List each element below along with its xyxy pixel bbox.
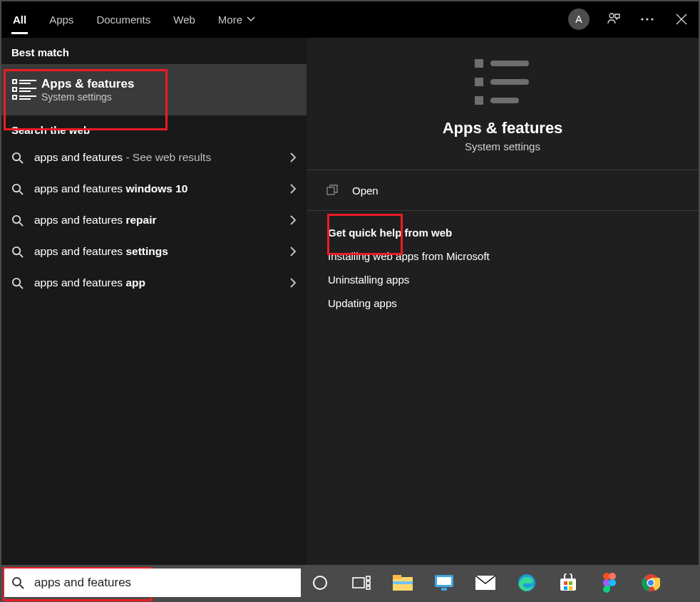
svg-line-20: [19, 254, 23, 257]
svg-rect-47: [569, 581, 572, 585]
svg-rect-41: [437, 577, 451, 585]
apps-features-icon: [475, 58, 530, 108]
svg-point-53: [609, 579, 616, 586]
svg-rect-39: [393, 581, 413, 584]
open-label: Open: [352, 185, 379, 197]
svg-point-30: [13, 578, 21, 586]
chrome-icon[interactable]: [639, 571, 663, 595]
edge-icon[interactable]: [515, 571, 539, 595]
web-result[interactable]: apps and features windows 10: [1, 173, 307, 204]
web-results-header: Search the web: [1, 115, 307, 142]
best-match-subtitle: System settings: [41, 91, 134, 103]
svg-line-14: [19, 160, 23, 163]
help-link[interactable]: Installing web apps from Microsoft: [328, 250, 677, 262]
search-icon: [11, 246, 27, 258]
tab-label: More: [218, 14, 242, 26]
search-icon: [11, 214, 27, 227]
svg-point-13: [13, 152, 20, 160]
svg-rect-38: [393, 575, 401, 579]
svg-rect-4: [13, 80, 16, 83]
tab-web[interactable]: Web: [162, 1, 207, 37]
svg-point-15: [13, 184, 20, 191]
cortana-icon[interactable]: [308, 571, 332, 595]
svg-rect-27: [490, 79, 529, 85]
search-icon: [11, 183, 27, 195]
svg-point-17: [13, 215, 20, 222]
avatar-letter: A: [575, 14, 582, 25]
svg-rect-48: [564, 586, 567, 590]
best-match-header: Best match: [1, 38, 307, 64]
web-result[interactable]: apps and features app: [1, 267, 307, 299]
svg-line-16: [19, 191, 23, 194]
open-icon: [326, 185, 341, 196]
svg-rect-23: [475, 59, 483, 68]
tab-label: All: [13, 14, 26, 26]
svg-point-56: [648, 580, 654, 586]
tab-more[interactable]: More: [207, 1, 267, 37]
figma-icon[interactable]: [597, 571, 622, 595]
svg-line-31: [20, 585, 24, 588]
svg-point-3: [651, 18, 653, 20]
web-result-label: apps and features windows 10: [34, 182, 290, 195]
svg-rect-6: [13, 95, 16, 99]
results-pane: Best match Apps & features System settin…: [1, 38, 307, 565]
more-options-icon[interactable]: [630, 1, 664, 37]
search-icon: [11, 277, 27, 289]
mail-icon[interactable]: [473, 571, 498, 595]
svg-rect-26: [490, 61, 529, 66]
svg-rect-45: [560, 578, 576, 591]
tab-all[interactable]: All: [1, 1, 38, 37]
tab-label: Documents: [96, 14, 150, 26]
svg-rect-34: [366, 576, 370, 580]
preview-title: Apps & features: [443, 119, 563, 137]
explorer-icon[interactable]: [391, 571, 415, 595]
chevron-right-icon: [290, 184, 297, 194]
task-view-icon[interactable]: [349, 571, 374, 595]
chevron-right-icon: [290, 152, 297, 162]
open-button[interactable]: Open: [307, 170, 699, 211]
preview-subtitle: System settings: [465, 140, 540, 152]
help-header: Get quick help from web: [328, 227, 677, 239]
help-link[interactable]: Updating apps: [328, 297, 677, 309]
svg-rect-5: [13, 88, 16, 91]
web-result-label: apps and features app: [34, 276, 290, 289]
tab-documents[interactable]: Documents: [85, 1, 162, 37]
help-link[interactable]: Uninstalling apps: [328, 274, 677, 286]
web-result[interactable]: apps and features repair: [1, 204, 307, 236]
svg-line-22: [19, 285, 23, 289]
taskbar: [308, 567, 663, 598]
svg-rect-25: [475, 96, 483, 105]
svg-point-32: [314, 576, 326, 589]
chevron-right-icon: [290, 246, 297, 256]
search-box[interactable]: [4, 569, 301, 597]
web-result[interactable]: apps and features settings: [1, 236, 307, 267]
web-result-label: apps and features - See web results: [34, 151, 290, 164]
svg-rect-42: [441, 588, 447, 591]
best-match-title: Apps & features: [41, 77, 134, 91]
svg-point-51: [609, 573, 616, 580]
svg-rect-28: [490, 98, 519, 103]
chevron-right-icon: [290, 278, 297, 288]
search-input[interactable]: [33, 575, 301, 591]
svg-point-1: [641, 18, 643, 20]
close-icon[interactable]: [664, 1, 699, 37]
web-result[interactable]: apps and features - See web results: [1, 142, 307, 173]
svg-rect-36: [366, 586, 370, 589]
svg-rect-29: [327, 187, 334, 194]
svg-point-0: [609, 14, 614, 18]
best-match-result[interactable]: Apps & features System settings: [1, 64, 307, 115]
web-result-label: apps and features repair: [34, 214, 290, 227]
tab-apps[interactable]: Apps: [38, 1, 85, 37]
search-icon: [11, 576, 26, 589]
svg-rect-49: [569, 586, 572, 590]
web-result-label: apps and features settings: [34, 245, 290, 258]
account-avatar[interactable]: A: [562, 1, 596, 37]
svg-point-2: [646, 18, 648, 20]
preview-pane: Apps & features System settings Open Get…: [307, 38, 699, 565]
svg-rect-24: [475, 78, 483, 86]
filter-tabs: All Apps Documents Web More A: [1, 1, 699, 38]
feedback-icon[interactable]: [596, 1, 630, 37]
monitor-icon[interactable]: [432, 571, 456, 595]
svg-point-19: [13, 246, 20, 254]
store-icon[interactable]: [556, 571, 580, 595]
